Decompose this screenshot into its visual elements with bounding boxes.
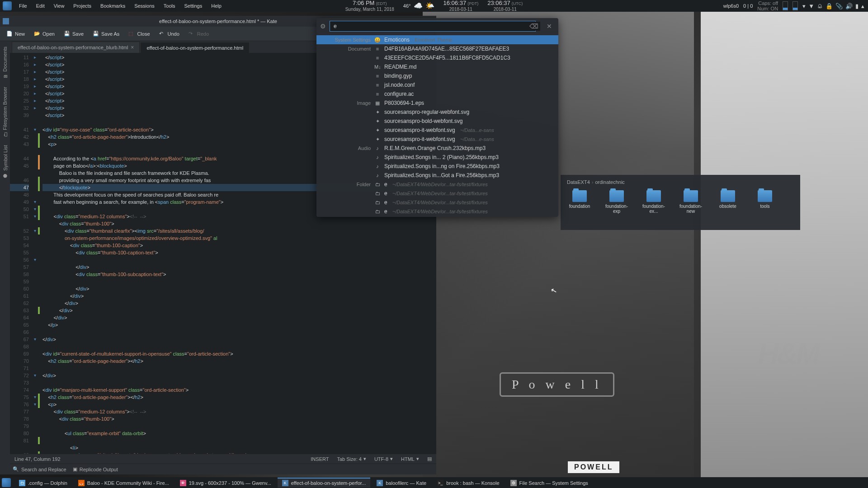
task-item[interactable]: >_brook : bash — Konsole [433, 478, 504, 488]
krunner-category: Document [321, 46, 371, 52]
global-menubar: FileEditViewProjectsBookmarksSessionsToo… [14, 1, 226, 11]
menu-help[interactable]: Help [207, 1, 226, 11]
krunner-clear-icon[interactable]: ⌫ [528, 22, 540, 31]
tab-size[interactable]: Tab Size: 4▾ [337, 456, 366, 462]
folder-item[interactable]: foundation-exp [603, 190, 630, 214]
result-icon: ✦ [374, 127, 381, 133]
save-button[interactable]: 💾Save [60, 29, 87, 39]
wallpaper-logo: H&M [758, 337, 818, 371]
bluetooth-icon[interactable]: 🕭 [817, 3, 823, 9]
saveas-button[interactable]: 💾Save As [89, 29, 123, 39]
clock-2[interactable]: 23:06:37 (UTC)2018-03-11 [487, 0, 523, 11]
redo-button[interactable]: ↷Redo [185, 29, 212, 39]
folder-item[interactable]: foundation [566, 190, 593, 214]
krunner-result[interactable]: ✦sourcesanspro-it-webfont.svg ~/Data...e… [316, 126, 558, 135]
network-label[interactable]: wlp6s0 [723, 3, 739, 9]
kde-menu-icon[interactable] [3, 1, 12, 10]
menu-tools[interactable]: Tools [159, 1, 180, 11]
language-mode[interactable]: HTML▾ [401, 456, 419, 462]
krunner-result[interactable]: Audio♪R.E.M.Green.Orange Crush.232kbps.m… [316, 144, 558, 153]
task-item[interactable]: Kbaloofilerc — Kate [372, 478, 431, 488]
menu-bookmarks[interactable]: Bookmarks [96, 1, 130, 11]
krunner-result[interactable]: 🗀e ~/DataEXT4/WebDev/or...tar-fs/test/fi… [316, 189, 558, 198]
close-icon: ⬚ [128, 31, 135, 37]
encoding[interactable]: UTF-8▾ [374, 456, 393, 462]
weather[interactable]: 46°☁️🌤️ [403, 1, 434, 10]
sidebar-filesystem[interactable]: 🗀Filesystem Browser [1, 83, 9, 141]
krunner-result[interactable]: ♪Spiritualized.Songs in...Got a Fire.256… [316, 171, 558, 180]
insert-mode[interactable]: INSERT [311, 456, 329, 462]
more-icon[interactable]: ▴ [861, 3, 864, 9]
result-icon: ≡ [374, 46, 381, 52]
lock-icon[interactable]: 🔒 [826, 3, 833, 9]
task-item[interactable]: 🦊Baloo - KDE Community Wiki - Fire... [74, 478, 174, 488]
menu-projects[interactable]: Projects [69, 1, 96, 11]
krunner-result[interactable]: ♪Spiritualized.Songs in... 2 (Piano).256… [316, 153, 558, 162]
expand-icon[interactable]: ▾ [802, 3, 806, 9]
krunner-result[interactable]: ≡configure.ac [316, 89, 558, 99]
result-icon: M↓ [374, 64, 381, 70]
krunner-result[interactable]: ≡43EEEFC8CE2D5AF4F5...1811B6FC8FD5CAD1C3 [316, 53, 558, 62]
task-item[interactable]: Keffect-of-baloo-on-system-perfor... [278, 478, 370, 488]
kate-tab-1[interactable]: effect-of-baloo-on-system-performance.ht… [141, 42, 249, 53]
krunner-result[interactable]: Image▦P8030694-1.eps [316, 99, 558, 108]
clip-icon[interactable]: 📎 [835, 3, 843, 9]
folder-item[interactable]: foundation-new [677, 190, 704, 214]
kate-tab-0[interactable]: effect-of-baloo-on-system-performance_bl… [12, 42, 140, 53]
kate-app-icon [3, 18, 9, 24]
krunner-results: System Settings😀Emoticons Emoticon Theme… [316, 34, 558, 217]
krunner-close-icon[interactable]: ✕ [544, 22, 555, 31]
redo-icon: ↷ [189, 31, 195, 37]
result-icon: ♪ [374, 155, 381, 160]
clock-local[interactable]: 7:06 PM (EDT)Sunday, March 11, 2018 [345, 0, 394, 11]
kickoff-icon[interactable] [2, 478, 11, 487]
split-icon[interactable]: ▤ [427, 456, 432, 462]
task-item[interactable]: 🗀.config — Dolphin [14, 478, 72, 488]
krunner-result[interactable]: 🗀e ~/DataEXT4/WebDev/or...tar-fs/test/fi… [316, 207, 558, 216]
search-replace-button[interactable]: 🔍Search and Replace [13, 466, 66, 472]
krunner-result[interactable]: ✦sourcesanspro-regular-webfont.svg [316, 108, 558, 117]
chevron-down-icon: ▾ [363, 456, 366, 462]
menu-sessions[interactable]: Sessions [130, 1, 159, 11]
pager[interactable]: 0 | 0 [743, 3, 753, 9]
open-button[interactable]: 📂Open [30, 29, 58, 39]
krunner-result[interactable]: Document≡D4FB16ABA4A9D745AE...85EC568F27… [316, 44, 558, 53]
tab-close-icon[interactable]: × [131, 44, 134, 51]
task-item[interactable]: 👁19.svg - 600x237 - 100% — Gwenv... [175, 478, 276, 488]
clock-1[interactable]: 16:06:37 (PDT)2018-03-11 [443, 0, 479, 11]
krunner-settings-icon[interactable]: ⚙ [320, 23, 326, 30]
krunner-input[interactable] [330, 21, 536, 32]
replicode-button[interactable]: ▣Replicode Output [73, 466, 118, 472]
krunner-result[interactable]: ✦sourcesanspro-it-webfont.svg ~/Data...e… [316, 135, 558, 144]
undo-button[interactable]: ↶Undo [156, 29, 183, 39]
menu-edit[interactable]: Edit [32, 1, 49, 11]
krunner-result[interactable]: 🗀e ~/DataEXT4/WebDev/or...tar-fs/test/fi… [316, 198, 558, 207]
krunner-result[interactable]: ♪Spiritualized.Songs in...ng on Fire.256… [316, 162, 558, 171]
volume-icon[interactable]: 🔊 [845, 3, 853, 9]
folder-icon [758, 190, 772, 202]
menu-file[interactable]: File [14, 1, 32, 11]
menu-settings[interactable]: Settings [179, 1, 207, 11]
close-button[interactable]: ⬚Close [125, 29, 153, 39]
sidebar-documents[interactable]: 🗎Documents [1, 43, 9, 82]
menu-view[interactable]: View [49, 1, 69, 11]
wifi-icon[interactable]: ▼ [808, 3, 814, 9]
task-item[interactable]: ⚙File Search — System Settings [506, 478, 593, 488]
krunner-result[interactable]: Folder🗀e ~/DataEXT4/WebDev/or...tar-fs/t… [316, 180, 558, 189]
krunner-result[interactable]: System Settings😀Emoticons Emoticon Theme [316, 35, 558, 44]
battery-icon[interactable]: ▮ [855, 3, 859, 9]
system-tray[interactable]: ▾ ▼ 🕭 🔒 📎 🔊 ▮ ▴ [802, 3, 864, 9]
krunner-result[interactable]: ✦sourcesanspro-bold-webfont.svg [316, 117, 558, 126]
krunner-result[interactable]: ≡jsl.node.conf [316, 80, 558, 89]
task-icon: >_ [437, 480, 443, 486]
folder-item[interactable]: obsolete [714, 190, 741, 214]
sidebar-symbols[interactable]: ⬢Symbol List [1, 141, 9, 182]
dolphin-breadcrumb[interactable]: DataEXT4›ordinatechnic [564, 178, 797, 186]
krunner-result[interactable]: M↓README.md [316, 62, 558, 71]
new-button[interactable]: 📄New [3, 29, 28, 39]
folder-item[interactable]: foundation-ex... [640, 190, 667, 214]
folder-item[interactable]: tools [751, 190, 778, 214]
krunner-result[interactable]: ≡binding.gyp [316, 71, 558, 80]
taskbar: 🗀.config — Dolphin🦊Baloo - KDE Community… [13, 478, 593, 488]
bottom-panel: 🗀.config — Dolphin🦊Baloo - KDE Community… [0, 477, 868, 488]
